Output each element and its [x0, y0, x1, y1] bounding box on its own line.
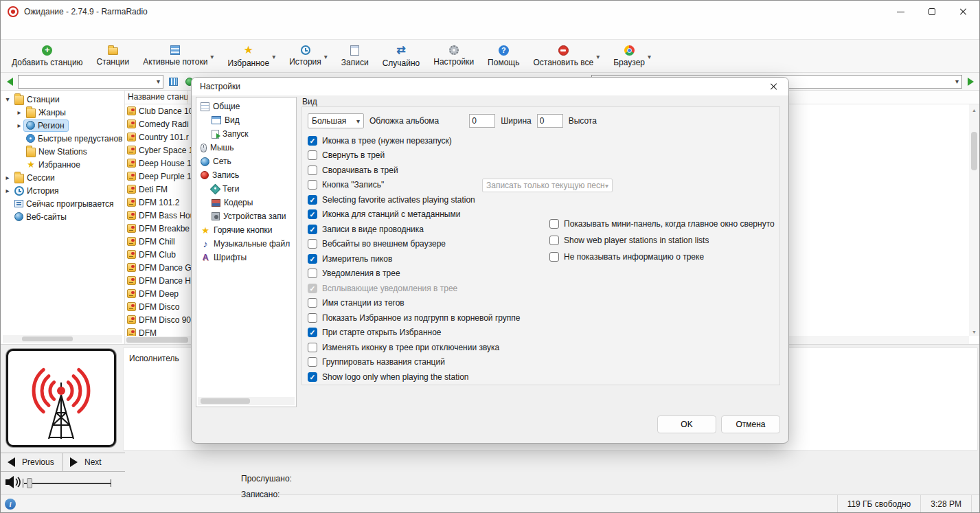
- sidebar-item[interactable]: Избранное: [1, 158, 124, 171]
- tags-icon: [210, 183, 221, 194]
- expander-icon[interactable]: ▸: [3, 187, 12, 194]
- checkbox-row[interactable]: Свернуть в трей: [308, 148, 779, 163]
- sidebar-item[interactable]: ▸ Сессии: [1, 171, 124, 184]
- menu-item[interactable]: [6, 29, 19, 33]
- scrollbar-thumb[interactable]: [201, 398, 250, 404]
- checkbox-row[interactable]: Изменять иконку в трее при отключении зв…: [308, 340, 779, 355]
- maximize-button[interactable]: [916, 1, 948, 23]
- sidebar-item[interactable]: Сейчас проигрывается: [1, 197, 124, 210]
- volume-icon[interactable]: [4, 475, 21, 491]
- menu-item[interactable]: [19, 29, 31, 33]
- toolbar-button[interactable]: Помощь: [482, 44, 525, 69]
- chevron-down-icon[interactable]: [648, 52, 651, 61]
- scrollbar-thumb[interactable]: [971, 132, 977, 170]
- checkbox-icon: [308, 225, 317, 234]
- expander-icon[interactable]: ▸: [15, 122, 23, 129]
- station-combobox[interactable]: [18, 75, 163, 89]
- settings-tree-item[interactable]: Горячие кнопки: [196, 223, 296, 237]
- checkbox-row[interactable]: Уведомления в трее: [308, 266, 779, 282]
- ok-button[interactable]: OK: [657, 415, 716, 433]
- settings-tree-item[interactable]: Музыкальные файл: [196, 237, 296, 251]
- settings-tree-item[interactable]: Устройства запи: [196, 209, 296, 223]
- minimize-button[interactable]: [885, 1, 916, 23]
- expander-icon[interactable]: ▸: [15, 109, 23, 116]
- cover-height-input[interactable]: [537, 114, 563, 128]
- checkbox-row[interactable]: Показать Избранное из подгрупп в корнево…: [308, 310, 779, 326]
- toolbar-button[interactable]: Добавить станцию: [6, 44, 89, 69]
- sidebar-item[interactable]: ▸ Регион: [1, 119, 124, 132]
- dialog-close-button[interactable]: [760, 78, 788, 95]
- settings-tree-item[interactable]: Теги: [196, 182, 296, 196]
- toolbar-button[interactable]: Браузер: [608, 44, 657, 69]
- sidebar-item[interactable]: Веб-сайты: [1, 210, 124, 223]
- cancel-button[interactable]: Отмена: [721, 415, 780, 433]
- settings-tree-item[interactable]: Запуск: [196, 127, 296, 141]
- checkbox-icon: [308, 284, 317, 293]
- info-icon[interactable]: [5, 499, 16, 510]
- scroll-up-icon[interactable]: [972, 104, 977, 114]
- checkbox-row[interactable]: Show web player stations in station list…: [549, 232, 782, 249]
- sidebar-item[interactable]: New Stations: [1, 145, 124, 158]
- volume-slider-thumb[interactable]: [27, 478, 32, 488]
- chevron-down-icon[interactable]: [596, 52, 600, 61]
- checkbox-row[interactable]: Иконка в трее (нужен перезапуск): [308, 133, 779, 148]
- menu-item[interactable]: [43, 29, 56, 33]
- expander-icon[interactable]: ▸: [3, 174, 12, 181]
- previous-button[interactable]: Previous: [1, 453, 62, 471]
- sidebar-horizontal-scrollbar[interactable]: [3, 335, 122, 343]
- checkbox-row[interactable]: Группировать названия станций: [308, 355, 779, 370]
- checkbox-row[interactable]: При старте открыть Избранное: [308, 326, 779, 341]
- toolbar-button[interactable]: Записи: [336, 44, 374, 69]
- expander-icon[interactable]: ▾: [3, 95, 12, 103]
- settings-tree-item[interactable]: Мышь: [196, 141, 296, 155]
- menu-item[interactable]: [31, 29, 43, 33]
- station-vertical-scrollbar[interactable]: [969, 104, 979, 336]
- record-button-mode-select[interactable]: Записать только текущую песн: [482, 179, 613, 192]
- sidebar-item[interactable]: ▾ Станции: [1, 93, 124, 106]
- next-button[interactable]: Next: [62, 453, 125, 471]
- toolbar-button[interactable]: Станции: [91, 44, 135, 68]
- scrollbar-thumb[interactable]: [126, 337, 188, 343]
- chevron-down-icon[interactable]: [210, 52, 214, 61]
- settings-tree-item[interactable]: Шрифты: [196, 251, 296, 264]
- scroll-down-icon[interactable]: [972, 326, 977, 336]
- close-button[interactable]: [948, 1, 979, 23]
- checkbox-row[interactable]: Показывать мини-панель, когда главное ок…: [549, 216, 782, 232]
- checkbox-icon: [308, 357, 317, 367]
- checkbox-row[interactable]: Имя станции из тегов: [308, 296, 779, 311]
- checkbox-row[interactable]: Не показывать информацию о треке: [549, 249, 782, 265]
- resize-grip[interactable]: [971, 495, 979, 512]
- equalizer-button[interactable]: [166, 75, 180, 89]
- sidebar-item[interactable]: ▸ История: [1, 184, 124, 197]
- settings-tree-scrollbar[interactable]: [198, 397, 295, 405]
- sidebar-item[interactable]: Быстрые предустанов: [1, 132, 124, 145]
- toolbar-button[interactable]: Настройки: [428, 44, 479, 68]
- toolbar-button[interactable]: Случайно: [377, 43, 426, 69]
- scrollbar-thumb[interactable]: [22, 337, 73, 341]
- settings-tree-item[interactable]: Сеть: [196, 155, 296, 168]
- cover-size-select[interactable]: Большая: [308, 113, 364, 128]
- volume-slider-track[interactable]: [24, 483, 111, 484]
- chevron-down-icon[interactable]: [324, 52, 328, 61]
- settings-tree-item[interactable]: Запись: [196, 168, 296, 182]
- toolbar-button[interactable]: Избранное: [222, 43, 281, 69]
- chevron-down-icon[interactable]: [272, 52, 275, 61]
- toolbar-button[interactable]: Остановить все: [527, 44, 605, 69]
- go-button[interactable]: [965, 75, 976, 89]
- checkbox-row[interactable]: Сворачивать в трей: [308, 163, 779, 178]
- sidebar-item[interactable]: ▸ Жанры: [1, 106, 124, 119]
- toolbar-button[interactable]: История: [284, 44, 333, 68]
- toolbar-button-content: Станции: [97, 45, 130, 67]
- cover-width-input[interactable]: [469, 114, 495, 128]
- checkbox-row[interactable]: Show logo only when playing the station: [308, 369, 779, 385]
- checkbox-row[interactable]: Selecting favorite activates playing sta…: [308, 192, 779, 207]
- back-button[interactable]: [4, 75, 15, 89]
- toolbar-button[interactable]: Активные потоки: [137, 44, 219, 68]
- checkbox-row[interactable]: Кнопка "Запись" Записать только текущую …: [308, 178, 779, 193]
- checkbox-row[interactable]: Всплывающие уведомления в трее: [308, 281, 779, 296]
- settings-tree-item[interactable]: Кодеры: [196, 196, 296, 209]
- random-icon: [395, 44, 407, 56]
- column-header-station-name[interactable]: Название станц: [125, 91, 188, 104]
- settings-tree-item[interactable]: Вид: [196, 113, 296, 127]
- settings-tree-item[interactable]: Общие: [196, 100, 296, 113]
